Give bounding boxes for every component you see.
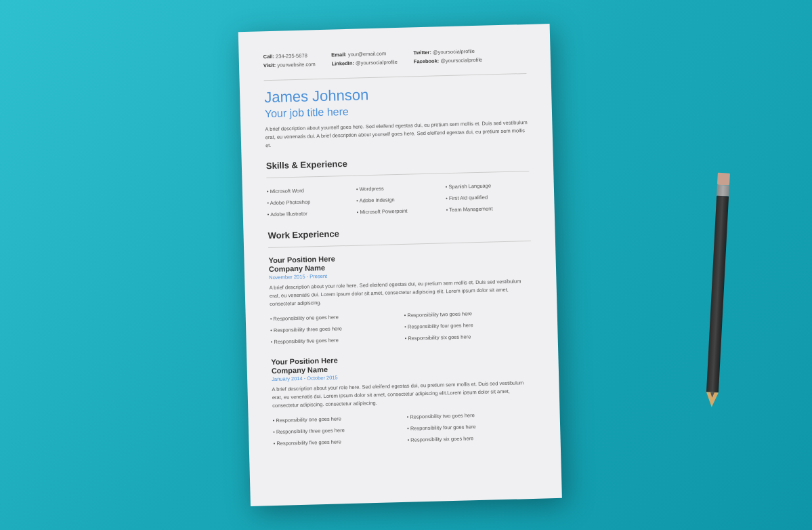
pencil-ferrule — [717, 185, 729, 197]
bio-text: A brief description about yourself goes … — [265, 118, 528, 149]
skill-item: Microsoft Powerpoint — [356, 205, 440, 217]
pencil-eraser — [717, 173, 730, 186]
work-divider — [268, 240, 531, 247]
pencil-body — [706, 196, 729, 393]
skill-item: First Aid qualified — [446, 190, 530, 203]
skills-section-title: Skills & Experience — [265, 153, 528, 170]
job-entry-1: Your Position Here Company Name November… — [268, 249, 533, 346]
skill-item: Microsoft Word — [266, 184, 350, 196]
skill-item: Team Management — [446, 202, 530, 214]
contact-bar: Call: 234-235-5678 Visit: yourwebsite.co… — [263, 46, 526, 70]
skill-item: Wordpress — [356, 182, 440, 194]
resume-document: Call: 234-235-5678 Visit: yourwebsite.co… — [238, 24, 561, 506]
pencil-tip — [706, 392, 719, 407]
resp-item: Responsibility five goes here — [273, 435, 402, 449]
resp-item: Responsibility six goes here — [407, 431, 536, 445]
job-desc-1: A brief description about your role here… — [269, 277, 532, 308]
work-section-title: Work Experience — [268, 223, 530, 240]
job-entry-2: Your Position Here Company Name January … — [271, 350, 536, 448]
skill-item: Adobe Photoshop — [267, 195, 351, 207]
visit-label: Visit: yourwebsite.com — [263, 60, 315, 70]
background: Call: 234-235-5678 Visit: yourwebsite.co… — [0, 0, 812, 530]
responsibilities-grid-1: Responsibility one goes here Responsibil… — [270, 306, 533, 346]
facebook-label: Facebook: @yoursocialprofile — [413, 56, 482, 66]
responsibilities-grid-2: Responsibility one goes here Responsibil… — [272, 408, 536, 448]
skill-item: Spanish Language — [445, 179, 529, 191]
skill-item: Adobe Indesign — [356, 193, 440, 205]
job-desc-2: A brief description about your role here… — [272, 378, 535, 409]
linkedin-label: LinkedIn: @yoursocialprofile — [331, 58, 398, 68]
skills-divider — [266, 170, 529, 178]
header-divider — [263, 73, 526, 81]
skills-grid: Microsoft Word Wordpress Spanish Languag… — [266, 179, 530, 219]
resp-item: Responsibility five goes here — [270, 333, 399, 347]
pencil-decoration — [706, 173, 730, 403]
skill-item: Adobe Illustrator — [267, 207, 351, 219]
resp-item: Responsibility six goes here — [404, 329, 533, 343]
